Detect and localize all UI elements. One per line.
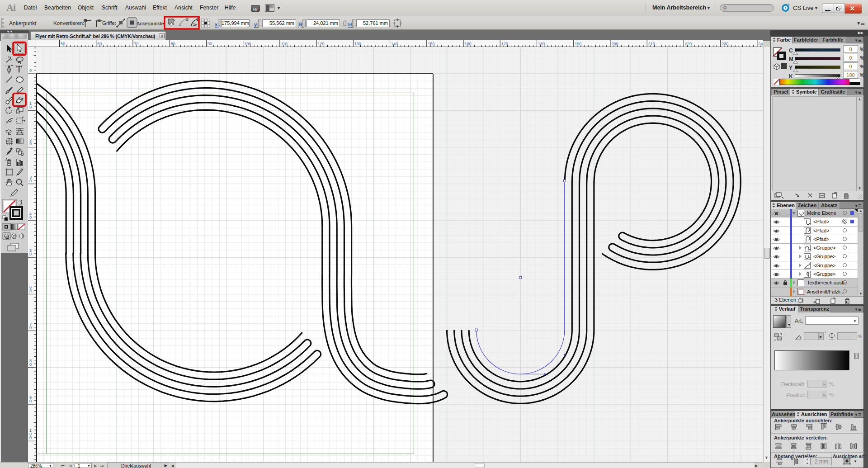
svg-text:200: 200: [611, 42, 618, 46]
svg-text:140: 140: [391, 42, 398, 46]
svg-text:70: 70: [134, 42, 138, 46]
svg-text:0: 0: [29, 215, 32, 220]
svg-text:150: 150: [428, 42, 434, 46]
svg-text:130: 130: [354, 42, 361, 46]
svg-text:0: 0: [29, 252, 32, 256]
svg-text:110: 110: [281, 42, 287, 46]
svg-text:220: 220: [685, 42, 692, 46]
svg-text:180: 180: [538, 42, 545, 46]
svg-text:80: 80: [171, 42, 175, 46]
svg-text:100: 100: [244, 42, 251, 46]
svg-text:190: 190: [575, 42, 581, 46]
svg-text:60: 60: [97, 42, 102, 46]
svg-text:0: 0: [29, 362, 32, 367]
svg-text:210: 210: [648, 42, 655, 46]
svg-text:0: 0: [29, 179, 32, 183]
svg-text:90: 90: [208, 42, 212, 46]
svg-text:0: 0: [29, 326, 32, 330]
svg-text:0: 0: [29, 399, 32, 403]
svg-text:0: 0: [29, 105, 32, 109]
svg-text:0: 0: [29, 142, 32, 146]
svg-text:0: 0: [29, 435, 32, 440]
svg-text:160: 160: [465, 42, 472, 46]
svg-text:T: T: [16, 64, 22, 74]
svg-text:0: 0: [29, 288, 32, 293]
svg-text:240: 240: [758, 42, 763, 46]
svg-text:170: 170: [501, 42, 508, 46]
svg-text:230: 230: [722, 42, 728, 46]
svg-text:0: 0: [29, 68, 32, 73]
svg-text:120: 120: [318, 42, 325, 46]
svg-text:50: 50: [61, 42, 65, 46]
